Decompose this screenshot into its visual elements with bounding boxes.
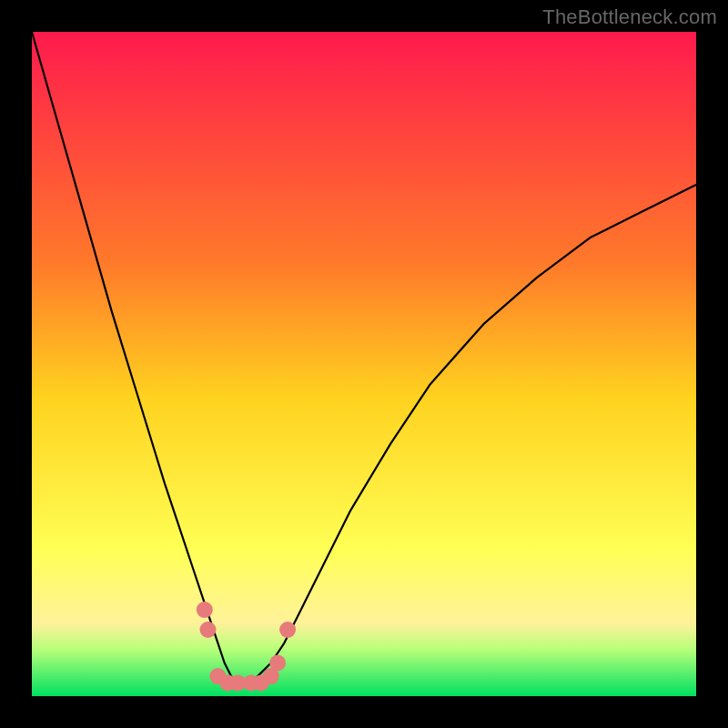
chart-svg	[32, 32, 696, 696]
gradient-background	[32, 32, 696, 696]
data-marker	[200, 622, 217, 638]
plot-area	[32, 32, 696, 696]
data-marker	[197, 602, 213, 618]
data-marker	[269, 655, 286, 672]
chart-frame: TheBottleneck.com	[0, 0, 728, 728]
watermark-text: TheBottleneck.com	[542, 5, 717, 29]
data-marker	[279, 622, 296, 638]
